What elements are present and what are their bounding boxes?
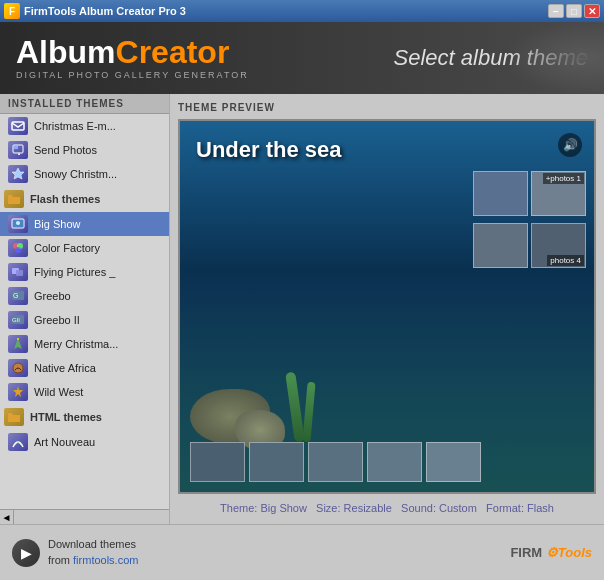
preview-background: Under the sea 🔊 🐟 (180, 121, 594, 492)
tools-text: ⚙Tools (546, 545, 592, 560)
sidebar-item-merry-christmas[interactable]: Merry Christma... (0, 332, 169, 356)
preview-title: Under the sea (196, 137, 342, 163)
logo-album: Album (16, 34, 116, 70)
sidebar-item-label: Greebo (34, 290, 71, 302)
maximize-button[interactable]: □ (566, 4, 582, 18)
sidebar-item-christmas-email[interactable]: Christmas E-m... (0, 114, 169, 138)
sidebar-item-label: Art Nouveau (34, 436, 95, 448)
preview-image-area: Under the sea 🔊 🐟 (178, 119, 596, 494)
sidebar-item-wild-west[interactable]: Wild West (0, 380, 169, 404)
svg-text:GII: GII (12, 317, 20, 323)
logo-area: AlbumCreator DIGITAL PHOTO GALLERY GENER… (16, 36, 249, 80)
sidebar-item-snowy-christmas[interactable]: Snowy Christm... (0, 162, 169, 186)
scroll-track (14, 510, 169, 524)
theme-icon: GII (8, 311, 28, 329)
logo-subtitle: DIGITAL PHOTO GALLERY GENERATOR (16, 70, 249, 80)
photo-thumbnails-grid: +photos 1 photos 4 (473, 171, 586, 268)
category-label: HTML themes (30, 411, 102, 423)
sidebar-category-html: HTML themes (0, 404, 169, 430)
sidebar-item-label: Color Factory (34, 242, 100, 254)
sidebar-header: Installed Themes (0, 94, 169, 114)
theme-value: Big Show (260, 502, 306, 514)
sidebar-list[interactable]: Christmas E-m... Send Photos Snowy Chris… (0, 114, 169, 509)
window-controls: − □ ✕ (548, 4, 600, 18)
main-content: Installed Themes Christmas E-m... Send P… (0, 94, 604, 524)
theme-icon: G (8, 287, 28, 305)
theme-icon (8, 239, 28, 257)
sidebar-item-label: Native Africa (34, 362, 96, 374)
bottom-bar: ▶ Download themes from firmtools.com FIR… (0, 524, 604, 580)
svg-rect-11 (16, 270, 23, 276)
sidebar-item-send-photos[interactable]: Send Photos (0, 138, 169, 162)
sidebar-item-label: Greebo II (34, 314, 80, 326)
sidebar: Installed Themes Christmas E-m... Send P… (0, 94, 170, 524)
app-header: AlbumCreator DIGITAL PHOTO GALLERY GENER… (0, 22, 604, 94)
size-value: Resizable (344, 502, 392, 514)
preview-header: Theme Preview (178, 102, 596, 113)
window-title: FirmTools Album Creator Pro 3 (24, 5, 186, 17)
svg-text:G: G (13, 292, 18, 299)
logo: AlbumCreator (16, 36, 249, 68)
sidebar-item-native-africa[interactable]: Native Africa (0, 356, 169, 380)
sidebar-item-label: Flying Pictures _ (34, 266, 115, 278)
theme-icon (8, 165, 28, 183)
sidebar-scrollbar-horizontal[interactable]: ◄ (0, 509, 169, 524)
folder-icon (4, 190, 24, 208)
theme-label: Theme: (220, 502, 260, 514)
sidebar-item-label: Send Photos (34, 144, 97, 156)
sidebar-item-label: Christmas E-m... (34, 120, 116, 132)
preview-panel: Theme Preview Under the sea 🔊 🐟 (170, 94, 604, 524)
logo-creator: Creator (116, 34, 230, 70)
theme-icon (8, 215, 28, 233)
svg-rect-2 (14, 146, 18, 149)
theme-icon (8, 117, 28, 135)
preview-info: Theme: Big Show Size: Resizable Sound: C… (178, 500, 596, 517)
size-label: Size: (316, 502, 344, 514)
sidebar-item-art-nouveau[interactable]: Art Nouveau (0, 430, 169, 454)
theme-icon (8, 263, 28, 281)
title-bar-left: F FirmTools Album Creator Pro 3 (4, 3, 186, 19)
sidebar-item-big-show[interactable]: Big Show (0, 212, 169, 236)
svg-marker-3 (12, 168, 24, 179)
theme-icon (8, 359, 28, 377)
download-from-label: from firmtools.com (48, 553, 138, 568)
firm-text: FIRM (510, 545, 545, 560)
svg-point-6 (16, 221, 20, 225)
sound-label: Sound: (401, 502, 439, 514)
theme-icon (8, 141, 28, 159)
close-button[interactable]: ✕ (584, 4, 600, 18)
sound-icon[interactable]: 🔊 (558, 133, 582, 157)
header-decoration (504, 22, 604, 94)
theme-icon (8, 433, 28, 451)
bottom-thumbnails (190, 442, 481, 482)
format-value: Flash (527, 502, 554, 514)
minimize-button[interactable]: − (548, 4, 564, 18)
title-bar: F FirmTools Album Creator Pro 3 − □ ✕ (0, 0, 604, 22)
folder-icon (4, 408, 24, 426)
photos-label-1: +photos 1 (543, 173, 584, 184)
svg-point-9 (15, 247, 21, 253)
sidebar-item-label: Snowy Christm... (34, 168, 117, 180)
download-area: ▶ Download themes from firmtools.com (12, 537, 510, 568)
sidebar-item-label: Big Show (34, 218, 80, 230)
firm-tools-logo: FIRM ⚙Tools (510, 545, 592, 560)
sidebar-item-greebo[interactable]: G Greebo (0, 284, 169, 308)
theme-icon (8, 335, 28, 353)
photos-label-2: photos 4 (547, 255, 584, 266)
sidebar-item-flying-pictures[interactable]: Flying Pictures _ (0, 260, 169, 284)
sidebar-item-color-factory[interactable]: Color Factory (0, 236, 169, 260)
svg-point-17 (17, 338, 19, 340)
svg-rect-0 (12, 122, 24, 130)
format-label: Format: (486, 502, 527, 514)
download-text: Download themes from firmtools.com (48, 537, 138, 568)
sidebar-item-label: Wild West (34, 386, 83, 398)
theme-icon (8, 383, 28, 401)
scroll-left-arrow[interactable]: ◄ (0, 510, 14, 524)
download-label: Download themes (48, 537, 138, 552)
sidebar-item-greebo-ii[interactable]: GII Greebo II (0, 308, 169, 332)
sidebar-category-flash: Flash themes (0, 186, 169, 212)
download-icon-button[interactable]: ▶ (12, 539, 40, 567)
sidebar-item-label: Merry Christma... (34, 338, 118, 350)
sound-value: Custom (439, 502, 477, 514)
svg-marker-19 (13, 386, 23, 397)
